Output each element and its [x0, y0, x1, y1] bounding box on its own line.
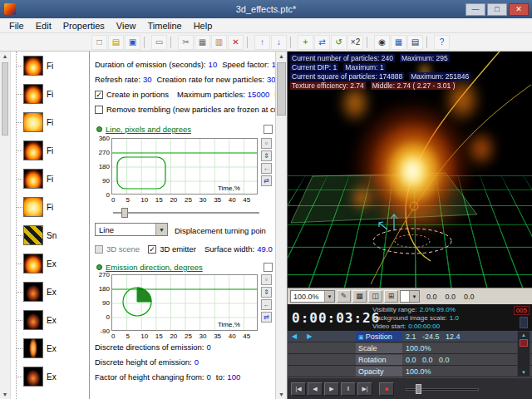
graph-range-button[interactable]: ⇄: [261, 312, 272, 323]
library-item[interactable]: Fi: [11, 108, 89, 136]
delete-icon[interactable]: ✕: [228, 35, 244, 50]
grid-toggle-icon[interactable]: ▦: [352, 290, 367, 303]
group-line-pixels[interactable]: Line, pixels and degrees: [96, 125, 191, 134]
discrete-height-value[interactable]: 0: [195, 357, 199, 367]
scroll-down-icon[interactable]: ▼: [276, 392, 287, 397]
paste-icon[interactable]: ▥: [211, 35, 227, 50]
graph-options-button[interactable]: ▫: [261, 274, 272, 285]
print-icon[interactable]: ▭: [151, 35, 167, 50]
graph-scale-button[interactable]: ⇕: [261, 287, 272, 298]
3d-emitter-checkbox[interactable]: [148, 245, 156, 254]
library-item[interactable]: Fi: [11, 80, 89, 108]
scroll-up-icon[interactable]: ▲: [276, 53, 287, 59]
open-icon[interactable]: ▤: [108, 35, 124, 50]
skip-end-button[interactable]: ▶|: [357, 382, 372, 396]
track-name[interactable]: ▣Rotation: [356, 355, 402, 365]
film-icon[interactable]: ▤: [407, 35, 423, 50]
discrete-directions-value[interactable]: 0: [206, 342, 210, 352]
next-key-icon[interactable]: ▶: [307, 332, 312, 340]
group1-collapse-button[interactable]: [264, 125, 273, 134]
cut-icon[interactable]: ✂: [178, 35, 194, 50]
grid-icon[interactable]: ▦: [391, 35, 406, 50]
track-value[interactable]: 100.0%: [406, 367, 431, 377]
graph-options-button[interactable]: ▫: [261, 138, 272, 149]
toolbar-icon[interactable]: [367, 37, 372, 48]
step-back-button[interactable]: ◀: [308, 382, 323, 396]
timeline-track[interactable]: ◀▶ ▣Position 2.1 -24.5 12.4: [288, 331, 532, 342]
scrollbar-thumb[interactable]: [520, 339, 528, 347]
toolbar-icon[interactable]: [290, 37, 295, 48]
camera-icon[interactable]: ◉: [374, 35, 390, 50]
create-in-portions-checkbox[interactable]: [95, 91, 103, 99]
scrollbar-thumb[interactable]: [2, 62, 8, 135]
skip-start-button[interactable]: |◀: [291, 382, 306, 396]
scroll-down-icon[interactable]: ▼: [0, 392, 10, 397]
graph-scale-button[interactable]: ⇕: [261, 150, 272, 161]
remove-trembling-checkbox[interactable]: [95, 106, 103, 114]
menu-item[interactable]: Edit: [30, 20, 57, 32]
playback-position-slider[interactable]: [406, 383, 479, 395]
track-name[interactable]: ▣Position: [356, 332, 402, 342]
record-button[interactable]: ●: [379, 382, 394, 396]
play-button[interactable]: ▶: [324, 382, 339, 396]
scroll-up-icon[interactable]: ▲: [518, 332, 530, 337]
line-type-select[interactable]: Line ▼: [95, 223, 168, 236]
library-item[interactable]: Ex: [11, 334, 89, 362]
graph-range-button[interactable]: ⇄: [261, 175, 272, 186]
move-down-icon[interactable]: ↓: [271, 35, 287, 50]
swap-icon[interactable]: ⇄: [314, 35, 330, 50]
pencil-icon[interactable]: ✎: [337, 290, 351, 303]
help-icon[interactable]: ?: [434, 35, 450, 50]
timeline-track[interactable]: ◀▶ ▣Opacity 100.0%: [288, 366, 532, 377]
chevron-down-icon[interactable]: ▼: [409, 291, 419, 302]
graph1-zoom-slider[interactable]: [113, 208, 259, 218]
surface-width-value[interactable]: 49.0: [257, 244, 273, 254]
multiply-x2-icon[interactable]: ×2: [347, 35, 363, 50]
menu-item[interactable]: Help: [188, 20, 219, 32]
library-item[interactable]: Fi: [11, 136, 89, 165]
toolbar-icon[interactable]: [170, 37, 175, 48]
zoom-select[interactable]: 100.0% ▼: [290, 290, 335, 303]
refresh-icon[interactable]: ↺: [331, 35, 347, 50]
graph-shift-button[interactable]: ←: [261, 299, 272, 310]
library-item[interactable]: Sn: [11, 221, 89, 249]
track-value[interactable]: 2.1 -24.5 12.4: [406, 332, 461, 342]
creation-rate-value[interactable]: 30: [267, 75, 276, 84]
toolbar-icon[interactable]: [426, 37, 431, 48]
library-item[interactable]: Ex: [11, 249, 89, 278]
title-bar[interactable]: 3d_effects.ptc* — □ ✕: [0, 0, 532, 18]
scroll-up-icon[interactable]: ▲: [0, 53, 10, 59]
library-item[interactable]: Fi: [11, 52, 89, 80]
track-name[interactable]: ▣Scale: [356, 343, 402, 353]
timeline-track[interactable]: ◀▶ ▣Rotation 0.0 0.0 0.0: [288, 354, 532, 366]
minimize-button[interactable]: —: [466, 3, 485, 16]
pause-button[interactable]: ‖: [341, 382, 356, 396]
3d-scene-checkbox[interactable]: [95, 245, 103, 254]
menu-item[interactable]: View: [111, 20, 142, 32]
group2-collapse-button[interactable]: [264, 263, 273, 272]
timeline-zoom-slider[interactable]: [520, 317, 528, 328]
group-emission-direction[interactable]: Emission direction, degrees: [96, 263, 203, 272]
panels-icon[interactable]: ◫: [368, 290, 382, 303]
menu-item[interactable]: File: [3, 20, 30, 32]
library-item[interactable]: Fi: [11, 193, 89, 221]
view-mode-select[interactable]: ▼: [400, 290, 420, 303]
properties-scrollbar[interactable]: ▲ ▼: [275, 52, 287, 399]
toolbar-icon[interactable]: [144, 37, 149, 48]
height-factor-from-value[interactable]: 0: [207, 372, 211, 382]
maximize-button[interactable]: □: [487, 3, 507, 16]
prev-key-icon[interactable]: ◀: [292, 332, 297, 340]
move-up-icon[interactable]: ↑: [254, 35, 270, 50]
max-particles-value[interactable]: 15000: [248, 90, 269, 99]
save-icon[interactable]: ▣: [125, 35, 140, 50]
scroll-down-icon[interactable]: ▼: [518, 370, 530, 375]
close-button[interactable]: ✕: [509, 3, 529, 16]
track-value[interactable]: 0.0 0.0 0.0: [406, 355, 450, 365]
menu-item[interactable]: Properties: [57, 20, 111, 32]
duration-value[interactable]: 10: [209, 60, 218, 69]
toolbar-icon[interactable]: [247, 37, 252, 48]
timeline-track[interactable]: ◀▶ ▣Scale 100.0%: [288, 342, 532, 354]
track-name[interactable]: ▣Opacity: [356, 367, 402, 377]
height-factor-to-value[interactable]: 100: [227, 372, 240, 382]
copy-icon[interactable]: ▦: [195, 35, 210, 50]
